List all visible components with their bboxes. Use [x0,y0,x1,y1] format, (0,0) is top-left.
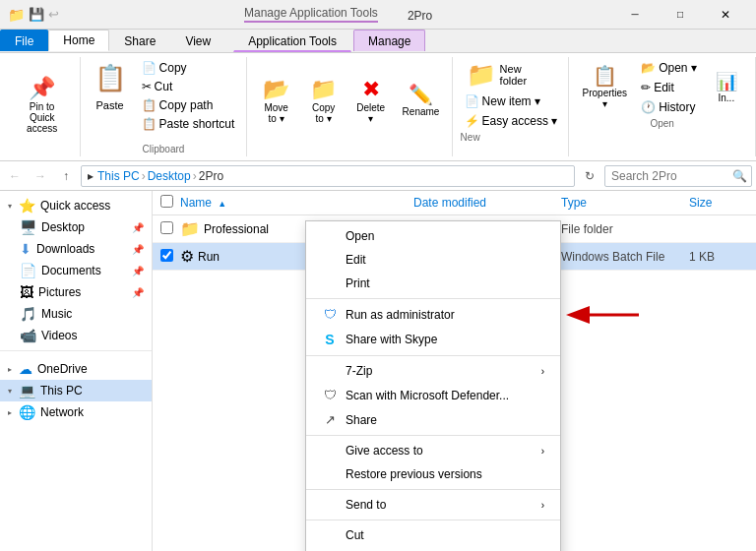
ctx-share[interactable]: ↗ Share [306,407,560,432]
copy-to-btn[interactable]: 📁 Copyto ▾ [302,75,346,128]
sidebar-item-thispc[interactable]: ▾ 💻 This PC [0,380,152,401]
context-menu: Open Edit Print 🛡 Run as administrator [305,220,561,551]
ctx-share-skype[interactable]: S Share with Skype [306,327,560,352]
ctx-sep-5 [306,520,560,520]
up-btn[interactable]: ↑ [55,165,77,187]
tab-view[interactable]: View [170,30,225,51]
sidebar-item-documents[interactable]: 📄 Documents 📌 [0,260,152,281]
refresh-btn[interactable]: ↻ [579,165,600,187]
new-item-btn[interactable]: 📄 New item ▾ [461,92,562,110]
ctx-copy[interactable]: Copy [306,547,560,551]
copy-to-icon: 📁 [310,79,337,100]
save-icon: 💾 [29,7,44,22]
path-2pro[interactable]: 2Pro [199,169,223,183]
sidebar-item-network[interactable]: ▸ 🌐 Network [0,401,152,423]
search-input[interactable] [604,165,752,187]
col-type[interactable]: Type [561,196,689,210]
ctx-send-to[interactable]: Send to › [306,493,560,517]
paste-icon: 📋 [94,63,126,93]
sidebar-item-desktop[interactable]: 🖥️ Desktop 📌 [0,216,152,238]
col-name[interactable]: Name ▲ [180,196,413,210]
copy-icon: 📄 [142,61,157,75]
path-desktop[interactable]: Desktop [148,169,191,183]
window-controls: ─ □ ✕ [612,0,748,30]
history-btn[interactable]: 🕐 History [637,98,701,116]
downloads-icon: ⬇ [20,241,32,257]
sidebar-item-onedrive[interactable]: ▸ ☁ OneDrive [0,358,152,380]
new-item-icon: 📄 [465,94,479,108]
tab-manage[interactable]: Manage [353,30,425,51]
videos-icon: 📹 [20,328,36,343]
search-icon: 🔍 [732,169,747,183]
more-icon: 📊 [716,73,737,91]
ribbon-group-organize: 📂 Moveto ▾ 📁 Copyto ▾ ✖ Delete▾ ✏️ Renam… [247,57,453,156]
move-to-btn[interactable]: 📂 Moveto ▾ [255,75,298,128]
open-btn[interactable]: 📂 Open ▾ [637,59,701,77]
sidebar-item-music[interactable]: 🎵 Music [0,303,152,325]
row-checkbox[interactable] [160,249,173,262]
ctx-open[interactable]: Open [306,224,560,248]
more-btn[interactable]: 📊 In... [705,69,748,107]
expand-icon: ▾ [8,387,12,396]
ctx-sep-4 [306,489,560,490]
edit-btn[interactable]: ✏ Edit [637,79,701,96]
select-all-checkbox[interactable] [160,195,173,208]
file-type: File folder [561,222,689,236]
maximize-btn[interactable]: □ [658,0,703,30]
open-label: Open [650,118,673,129]
delete-btn[interactable]: ✖ Delete▾ [349,75,393,128]
new-folder-btn[interactable]: 📁 Newfolder [461,59,562,91]
history-icon: 🕐 [641,100,656,114]
easy-access-btn[interactable]: ⚡ Easy access ▾ [461,112,562,130]
cut-icon: ✂ [142,80,152,93]
ctx-7zip[interactable]: 7-Zip › [306,359,560,383]
ctx-print[interactable]: Print [306,272,560,295]
edit-icon: ✏ [641,81,651,94]
row-checkbox[interactable] [160,221,173,234]
arrow-indicator [562,304,641,326]
delete-icon: ✖ [362,79,380,100]
address-path[interactable]: ▸ This PC › Desktop › 2Pro [81,165,575,187]
copy-btn[interactable]: 📄 Copy [138,59,239,77]
paste-shortcut-btn[interactable]: 📋 Paste shortcut [138,115,239,133]
properties-btn[interactable]: 📋 Properties▾ [577,62,634,113]
paste-shortcut-icon: 📋 [142,117,157,131]
sidebar-item-quick-access[interactable]: ▾ ⭐ Quick access [0,195,152,216]
new-label: New [461,132,480,143]
thispc-icon: 💻 [19,383,35,398]
ctx-sep-2 [306,355,560,356]
ctx-scan-defender[interactable]: 🛡 Scan with Microsoft Defender... [306,383,560,407]
sidebar-item-pictures[interactable]: 🖼 Pictures 📌 [0,281,152,303]
file-list: Name ▲ Date modified Type Size 📁 Profess… [153,191,756,551]
paste-label[interactable]: Paste [89,99,132,111]
pin-quick-access-btn[interactable]: 📌 Pin to Quickaccess [10,74,74,138]
close-btn[interactable]: ✕ [703,0,748,30]
back-btn[interactable]: ← [4,165,26,187]
undo-icon: ↩ [48,7,59,22]
sidebar-item-videos[interactable]: 📹 Videos [0,325,152,346]
ctx-edit[interactable]: Edit [306,248,560,272]
cut-btn[interactable]: ✂ Cut [138,78,239,95]
ctx-arrow-icon: › [541,366,544,377]
copy-path-btn[interactable]: 📋 Copy path [138,96,239,114]
ribbon: 📌 Pin to Quickaccess 📋 Paste 📄 Copy ✂ [0,53,756,161]
paste-btn[interactable]: 📋 [89,59,132,97]
tab-file[interactable]: File [0,30,48,51]
ctx-cut[interactable]: Cut [306,523,560,547]
sidebar-item-downloads[interactable]: ⬇ Downloads 📌 [0,238,152,260]
rename-btn[interactable]: ✏️ Rename [397,81,446,121]
pin-indicator: 📌 [132,244,144,255]
ctx-give-access[interactable]: Give access to › [306,439,560,462]
ctx-restore-versions[interactable]: Restore previous versions [306,462,560,486]
col-size[interactable]: Size [689,196,748,210]
forward-btn[interactable]: → [30,165,51,187]
path-thispc[interactable]: This PC [97,169,140,183]
minimize-btn[interactable]: ─ [612,0,658,30]
rename-icon: ✏️ [409,85,433,104]
tab-application-tools[interactable]: Application Tools [233,31,351,52]
ctx-run-as-admin[interactable]: 🛡 Run as administrator [306,302,560,327]
tab-share[interactable]: Share [109,30,170,51]
col-date[interactable]: Date modified [413,196,561,210]
ribbon-group-new: 📁 Newfolder 📄 New item ▾ ⚡ Easy access ▾… [453,57,570,156]
tab-home[interactable]: Home [48,30,109,51]
